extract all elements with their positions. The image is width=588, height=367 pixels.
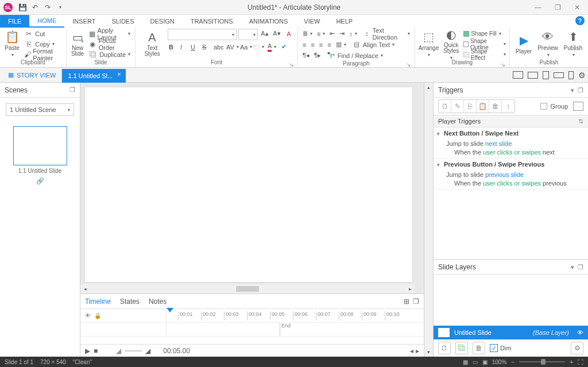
font-size-select[interactable]: ▾ (238, 29, 258, 40)
paste-trigger-icon[interactable]: 📋 (477, 100, 489, 113)
align-right-button[interactable]: ≡ (318, 40, 324, 49)
find-replace-button[interactable]: 🔭Find / Replace▾ (326, 51, 384, 60)
horizontal-scrollbar[interactable]: ◂ ▸ (80, 284, 415, 293)
align-center-button[interactable]: ≡ (310, 40, 315, 49)
fit-to-window-icon[interactable]: ⛶ (578, 359, 583, 365)
zoom-out-icon[interactable]: − (511, 359, 514, 365)
arrange-button[interactable]: ⬚Arrange▾ (419, 29, 439, 59)
indent-increase-button[interactable]: ⇥ (338, 29, 346, 38)
format-painter-button[interactable]: 🖌Format Painter (23, 49, 63, 59)
phone-landscape-icon[interactable] (554, 72, 564, 78)
quick-styles-button[interactable]: ◐Quick Styles▾ (441, 29, 461, 59)
trigger-condition[interactable]: When the user clicks or swipes next (434, 148, 588, 158)
increase-font-icon[interactable]: A▴ (260, 29, 270, 38)
justify-button[interactable]: ≡ (326, 40, 332, 49)
decrease-font-icon[interactable]: A▾ (272, 29, 282, 38)
timeline-tab[interactable]: Timeline (85, 298, 111, 306)
layer-settings-icon[interactable]: ⚙ (571, 342, 583, 354)
highlight-button[interactable]: ⬚▾ (253, 42, 264, 52)
delete-layer-icon[interactable]: 🗑 (473, 342, 485, 354)
tab-slides[interactable]: SLIDES (103, 15, 142, 28)
indent-decrease-button[interactable]: ⇤ (328, 29, 336, 38)
proofing-button[interactable]: ✔ (280, 42, 292, 52)
duplicate-button[interactable]: ⿻Duplicate▾ (87, 49, 131, 59)
italic-button[interactable]: I (179, 42, 187, 52)
eye-column-icon[interactable]: 👁 (85, 312, 91, 319)
timeline-scroll-left-icon[interactable]: ◂ (410, 347, 413, 355)
tab-animations[interactable]: ANIMATIONS (241, 15, 296, 28)
paste-button[interactable]: 📋 Paste ▾ (3, 29, 21, 59)
strikethrough-button[interactable]: S (201, 42, 210, 52)
trigger-item[interactable]: Jump to slide next slide (434, 139, 588, 148)
trigger-group-prev[interactable]: Previous Button / Swipe Previous (434, 159, 588, 170)
vertical-scrollbar[interactable]: ▴ ▾ (424, 83, 433, 357)
slide-tab[interactable]: 1.1 Untitled Sl... × (62, 69, 125, 83)
tab-home[interactable]: HOME (29, 15, 64, 28)
timeline-tool-icon[interactable]: ⊞ (404, 298, 409, 306)
help-icon[interactable]: ? (575, 16, 585, 25)
player-button[interactable]: ▶Player (513, 29, 534, 59)
font-family-select[interactable]: ▾ (168, 29, 237, 40)
character-spacing-button[interactable]: AV▾ (225, 42, 237, 52)
filter-icon[interactable]: ⇅ (578, 118, 583, 125)
shape-fill-button[interactable]: Shape Fill▾ (463, 29, 506, 38)
copy-trigger-icon[interactable]: ⎘ (464, 100, 477, 113)
undock-icon[interactable]: ❐ (69, 86, 75, 94)
timeline-zoom-slider[interactable] (125, 350, 142, 351)
preview-button[interactable]: 👁Preview▾ (536, 29, 559, 59)
tab-design[interactable]: DESIGN (142, 15, 183, 28)
delete-trigger-icon[interactable]: 🗑 (489, 100, 502, 113)
window-close-icon[interactable]: ✕ (570, 3, 585, 11)
align-left-button[interactable]: ≡ (301, 40, 307, 49)
scroll-right-icon[interactable]: ▸ (405, 284, 415, 293)
edit-trigger-icon[interactable]: ✎ (451, 100, 464, 113)
chevron-down-icon[interactable]: ▾ (571, 264, 574, 271)
tab-file[interactable]: FILE (0, 15, 29, 28)
gear-icon[interactable]: ⚙ (578, 71, 586, 80)
bullets-button[interactable]: ≣▾ (301, 29, 314, 38)
undock-icon[interactable]: ❐ (578, 87, 583, 94)
rtl-button[interactable]: ¶◂ (301, 51, 311, 60)
qat-customize-icon[interactable]: ▾ (55, 2, 66, 13)
undock-icon[interactable]: ❐ (413, 298, 419, 306)
timeline-scroll-right-icon[interactable]: ▸ (416, 347, 419, 355)
trigger-item[interactable]: Jump to slide previous slide (434, 170, 588, 179)
new-trigger-icon[interactable]: 🗋 (439, 100, 451, 113)
tab-insert[interactable]: INSERT (64, 15, 103, 28)
dialog-launcher-icon[interactable]: ↘ (405, 61, 411, 67)
font-color-button[interactable]: A▾ (266, 42, 278, 52)
view-reading-icon[interactable]: ▣ (482, 359, 488, 365)
undo-icon[interactable]: ↶ (29, 2, 41, 13)
shape-effect-button[interactable]: Shape Effect▾ (463, 49, 506, 59)
zoom-in-timeline-icon[interactable]: ◢ (145, 347, 150, 355)
slide-canvas[interactable] (85, 87, 412, 282)
slide-thumbnail[interactable] (13, 126, 67, 165)
story-view-button[interactable]: ▦ STORY VIEW (2, 68, 62, 82)
dialog-launcher-icon[interactable]: ↘ (288, 61, 294, 67)
view-grid-icon[interactable]: ▦ (463, 359, 468, 365)
duplicate-layer-icon[interactable]: ⿻ (455, 342, 468, 354)
align-text-button[interactable]: ⊟Align Text▾ (351, 40, 396, 49)
bold-button[interactable]: B (168, 42, 177, 52)
line-spacing-button[interactable]: ↕▾ (348, 29, 358, 38)
dim-checkbox[interactable]: ✓Dim (490, 344, 512, 352)
text-direction-button[interactable]: ↕Text Direction▾ (362, 29, 411, 38)
playhead-icon[interactable] (167, 308, 173, 312)
eye-icon[interactable]: 👁 (577, 329, 583, 336)
dialog-launcher-icon[interactable]: ↘ (500, 61, 506, 67)
play-icon[interactable]: ▶ (85, 347, 90, 355)
new-slide-button[interactable]: ▭＋ New Slide (70, 29, 85, 59)
tab-help[interactable]: HELP (328, 15, 361, 28)
save-icon[interactable]: 💾 (17, 2, 28, 13)
numbering-button[interactable]: ≡▾ (316, 29, 326, 38)
trigger-group-next[interactable]: Next Button / Swipe Next (434, 128, 588, 139)
tab-view[interactable]: VIEW (296, 15, 328, 28)
zoom-slider[interactable] (519, 361, 565, 362)
timeline-ruler[interactable]: 00:0100:0200:0300:0400:0500:0600:0700:08… (167, 309, 424, 322)
focus-order-button[interactable]: ◉Focus Order (87, 39, 131, 49)
scene-select[interactable]: 1 Untitled Scene▾ (6, 103, 74, 116)
text-shadow-button[interactable]: abc (212, 42, 223, 52)
change-case-button[interactable]: Aa▾ (239, 42, 250, 52)
zoom-in-icon[interactable]: + (570, 359, 573, 365)
notes-tab[interactable]: Notes (149, 298, 167, 306)
